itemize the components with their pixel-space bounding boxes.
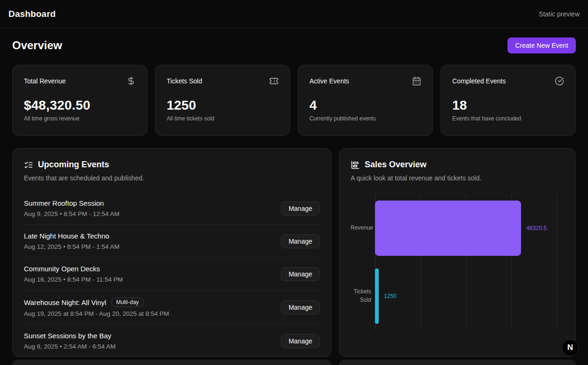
manage-event-button[interactable]: Manage [281, 267, 320, 281]
page-header: Overview Create New Event [12, 37, 576, 53]
chart-value-label: 48320.5 [526, 225, 546, 231]
chart-row: Revenue48320.5 [351, 194, 564, 262]
topbar: Dashboard Static preview [0, 0, 588, 28]
calendar-icon [412, 76, 421, 86]
sales-bar-chart: Revenue48320.5Tickets Sold1250 [351, 194, 564, 330]
upcoming-events-subtitle: Events that are scheduled and published. [24, 174, 320, 182]
stat-card-value: 18 [452, 98, 564, 113]
below-fold-card-left [12, 360, 331, 365]
below-fold-cards [12, 360, 576, 365]
event-name: Community Open Decks [24, 265, 100, 273]
manage-event-button[interactable]: Manage [281, 334, 320, 348]
chart-value-label: 1250 [384, 293, 397, 299]
chart-bar-revenue[interactable] [375, 201, 521, 256]
manage-event-button[interactable]: Manage [281, 201, 320, 216]
stat-card-value: 1250 [167, 98, 279, 113]
sales-overview-title: Sales Overview [365, 160, 426, 170]
chart-category-label: Revenue [351, 224, 371, 232]
upcoming-events-list: Summer Rooftop Session Aug 9, 2025 • 8:5… [24, 192, 320, 357]
check-circle-icon [555, 76, 564, 86]
stat-card-title: Completed Events [452, 77, 506, 85]
event-name: Late Night House & Techno [24, 232, 109, 240]
event-list-item: Warehouse Night: All Vinyl Multi-day Aug… [24, 290, 320, 324]
event-list-item: Sunset Sessions by the Bay Aug 8, 2025 •… [24, 324, 320, 357]
stat-card-title: Tickets Sold [167, 77, 202, 85]
static-preview-label: Static preview [539, 10, 580, 18]
event-list-item: Late Night House & Techno Aug 12, 2025 •… [24, 224, 320, 257]
nextjs-devtools-badge[interactable]: N [562, 339, 579, 356]
stat-card-title: Active Events [309, 77, 349, 85]
stat-card-title: Total Revenue [24, 77, 66, 85]
stats-row: Total Revenue $48,320.50 All time gross … [12, 65, 576, 136]
stat-card: Active Events 4 Currently published even… [298, 65, 433, 136]
below-fold-card-right [339, 360, 576, 365]
event-time: Aug 19, 2025 at 8:54 PM - Aug 20, 2025 a… [24, 310, 169, 317]
page-title: Overview [12, 39, 62, 52]
stat-card-caption: All time gross revenue [24, 115, 136, 122]
stat-card-caption: All time tickets sold [167, 115, 279, 122]
chart-category-label: Tickets Sold [351, 288, 371, 304]
ticket-icon [269, 76, 279, 86]
stat-card-value: $48,320.50 [24, 98, 136, 113]
stat-card-caption: Currently published events [309, 115, 421, 122]
chart-row: Tickets Sold1250 [351, 262, 564, 330]
bar-chart-icon [351, 160, 360, 170]
list-checks-icon [24, 160, 33, 170]
event-name: Warehouse Night: All Vinyl [24, 298, 106, 306]
event-time: Aug 16, 2025 • 8:54 PM - 11:54 PM [24, 276, 123, 283]
sales-overview-subtitle: A quick look at total revenue and ticket… [351, 174, 564, 182]
upcoming-events-header: Upcoming Events [24, 160, 320, 170]
sales-overview-header: Sales Overview [351, 160, 564, 170]
stat-card-caption: Events that have concluded [452, 115, 564, 122]
event-list-item: Summer Rooftop Session Aug 9, 2025 • 8:5… [24, 192, 320, 224]
sales-overview-panel: Sales Overview A quick look at total rev… [339, 148, 576, 357]
event-time: Aug 9, 2025 • 8:54 PM - 12:54 AM [24, 210, 119, 217]
stat-card: Completed Events 18 Events that have con… [441, 65, 576, 136]
main-content: Overview Create New Event Total Revenue … [0, 28, 588, 365]
event-time: Aug 12, 2025 • 8:54 PM - 1:54 AM [24, 243, 119, 250]
event-name: Sunset Sessions by the Bay [24, 332, 111, 340]
upcoming-events-panel: Upcoming Events Events that are schedule… [12, 148, 331, 357]
stat-card-value: 4 [309, 98, 421, 113]
multi-day-badge: Multi-day [111, 298, 144, 307]
manage-event-button[interactable]: Manage [281, 300, 320, 314]
nextjs-logo-icon: N [567, 343, 573, 352]
manage-event-button[interactable]: Manage [281, 234, 320, 248]
stat-card: Total Revenue $48,320.50 All time gross … [12, 65, 147, 136]
event-list-item: Community Open Decks Aug 16, 2025 • 8:54… [24, 257, 320, 290]
app-title: Dashboard [8, 9, 56, 19]
upcoming-events-title: Upcoming Events [38, 160, 109, 170]
panels-row: Upcoming Events Events that are schedule… [12, 148, 576, 357]
event-name: Summer Rooftop Session [24, 199, 104, 207]
dollar-sign-icon [126, 76, 136, 86]
event-time: Aug 8, 2025 • 2:54 AM - 6:54 AM [24, 343, 116, 350]
create-new-event-button[interactable]: Create New Event [507, 37, 576, 53]
stat-card: Tickets Sold 1250 All time tickets sold [155, 65, 290, 136]
chart-bar-tickets-sold[interactable] [375, 268, 379, 324]
